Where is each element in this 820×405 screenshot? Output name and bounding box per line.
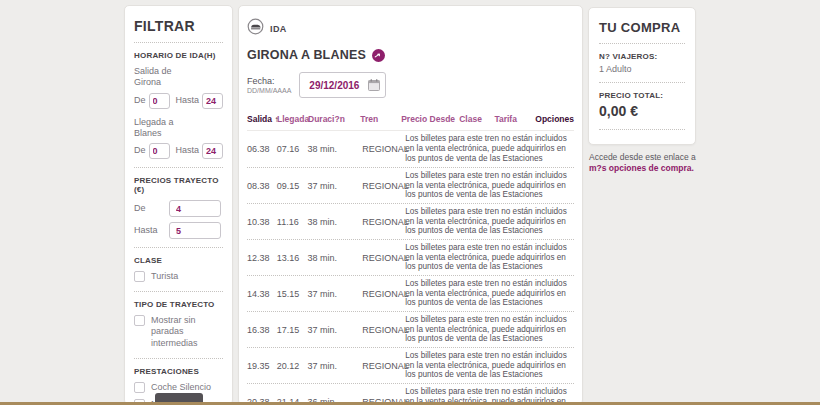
cell-availability-message: Los billetes para este tren no están inc… [405,351,574,380]
table-row: 12.38 13.16 38 min. REGIONAL Los billete… [247,239,574,275]
viajeros-value: 1 Adulto [599,64,685,74]
cell-tren: REGIONAL [362,181,405,191]
viajeros-label: N? VIAJEROS: [599,52,685,61]
divider [134,42,223,43]
salida-city-label: Girona [134,77,223,88]
precio-de-input[interactable] [169,200,221,217]
more-options-text: Accede desde este enlace a m?s opciones … [589,152,701,174]
route-title: GIRONA A BLANES [247,48,366,62]
cell-salida: 06.38 [247,144,277,154]
table-row: 08.38 09.15 37 min. REGIONAL Los billete… [247,167,574,203]
cell-llegada: 20.12 [277,361,308,371]
table-row: 16.38 17.15 37 min. REGIONAL Los billete… [247,311,574,347]
table-row: 10.38 11.16 38 min. REGIONAL Los billete… [247,203,574,239]
checkbox-sin-paradas[interactable] [134,315,145,326]
cell-salida: 12.38 [247,253,277,263]
cell-availability-message: Los billetes para este tren no están inc… [405,243,574,272]
cell-salida: 10.38 [247,217,277,227]
total-label: PRECIO TOTAL: [599,91,685,100]
salida-de-input[interactable] [149,93,170,109]
column-header-duracion[interactable]: Duraci?n [308,114,360,124]
train-icon [247,18,264,39]
checkbox-coche-silencio[interactable] [134,382,145,393]
cell-llegada: 11.16 [277,217,308,227]
divider [599,82,685,83]
llegada-city-label: Blanes [134,128,223,139]
divider [134,167,223,168]
precio-hasta-input[interactable] [169,222,221,239]
filter-panel: FILTRAR HORARIO DE IDA(H) Salida de Giro… [124,5,233,405]
results-panel: IDA GIRONA A BLANES Fecha: DD/MM/AAAA Sa… [238,5,583,405]
column-header-tren[interactable]: Tren [360,114,401,124]
cell-availability-message: Los billetes para este tren no están inc… [405,207,574,236]
cell-duracion: 37 min. [308,325,363,335]
divider [134,247,223,248]
divider [134,291,223,292]
checkbox-turista[interactable] [134,271,145,282]
cell-tren: REGIONAL [362,144,405,154]
cell-llegada: 13.16 [277,253,308,263]
arrow-circle-icon[interactable] [372,49,385,62]
table-row: 19.35 20.12 37 min. REGIONAL Los billete… [247,347,574,383]
column-header-clase[interactable]: Clase [459,114,494,124]
section-title-precios: PRECIOS TRAYECTO (€) [134,176,223,194]
hasta-label: Hasta [175,95,199,106]
column-header-salida[interactable]: Salida ↑ [247,114,277,124]
checkbox-label-turista: Turista [151,271,178,283]
section-title-tipo-trayecto: TIPO DE TRAYECTO [134,300,223,309]
cell-salida: 19.35 [247,361,277,371]
cell-availability-message: Los billetes para este tren no están inc… [405,134,574,163]
cell-tren: REGIONAL [362,217,405,227]
llegada-hasta-input[interactable] [202,143,223,159]
checkbox-label-coche-silencio: Coche Silencio [151,382,211,394]
de-label: De [134,95,146,106]
section-title-clase: CLASE [134,256,223,265]
cell-llegada: 07.16 [277,144,308,154]
cell-duracion: 37 min. [308,289,363,299]
salida-hasta-input[interactable] [202,93,223,109]
divider [134,358,223,359]
cell-availability-message: Los billetes para este tren no están inc… [405,279,574,308]
section-title-horario: HORARIO DE IDA(H) [134,51,223,60]
cell-duracion: 37 min. [308,181,363,191]
calendar-icon[interactable] [368,79,380,91]
cart-panel: TU COMPRA N? VIAJEROS: 1 Adulto PRECIO T… [588,7,696,145]
cell-llegada: 17.15 [277,325,308,335]
cell-tren: REGIONAL [362,289,405,299]
cell-salida: 16.38 [247,325,277,335]
llegada-de-input[interactable] [149,143,170,159]
llegada-a-label: Llegada a [134,117,223,128]
cell-tren: REGIONAL [362,361,405,371]
results-rows: 06.38 07.16 38 min. REGIONAL Los billete… [247,131,574,405]
cell-duracion: 38 min. [308,144,363,154]
filter-title: FILTRAR [134,18,223,34]
hasta-label: Hasta [175,145,199,156]
fecha-label: Fecha: [247,76,291,86]
column-header-opciones[interactable]: Opciones [535,114,574,124]
cart-title: TU COMPRA [599,20,685,35]
column-header-llegada[interactable]: Llegada [277,114,308,124]
cell-tren: REGIONAL [362,325,405,335]
cell-duracion: 37 min. [308,361,363,371]
column-header-tarifa[interactable]: Tarifa [494,114,535,124]
direction-label: IDA [270,24,287,34]
column-header-precio-desde[interactable]: Precio Desde [401,114,459,124]
total-value: 0,00 € [599,103,685,119]
divider [599,43,685,44]
cell-availability-message: Los billetes para este tren no están inc… [405,315,574,344]
cell-llegada: 09.15 [277,181,308,191]
table-row: 06.38 07.16 38 min. REGIONAL Los billete… [247,131,574,167]
cell-duracion: 38 min. [308,253,363,263]
section-title-prestaciones: PRESTACIONES [134,367,223,376]
results-table-header: Salida ↑ Llegada Duraci?n Tren Precio De… [247,110,574,131]
de-label: De [134,145,146,156]
cell-duracion: 38 min. [308,217,363,227]
cell-llegada: 15.15 [277,289,308,299]
checkbox-label-sin-paradas: Mostrar sin paradas intermedias [151,315,223,350]
cell-salida: 14.38 [247,289,277,299]
precio-de-label: De [134,203,169,214]
precio-hasta-label: Hasta [134,225,169,236]
salida-de-label: Salida de [134,66,223,77]
fecha-format-hint: DD/MM/AAAA [247,87,291,94]
more-options-link[interactable]: m?s opciones de compra. [589,163,694,173]
